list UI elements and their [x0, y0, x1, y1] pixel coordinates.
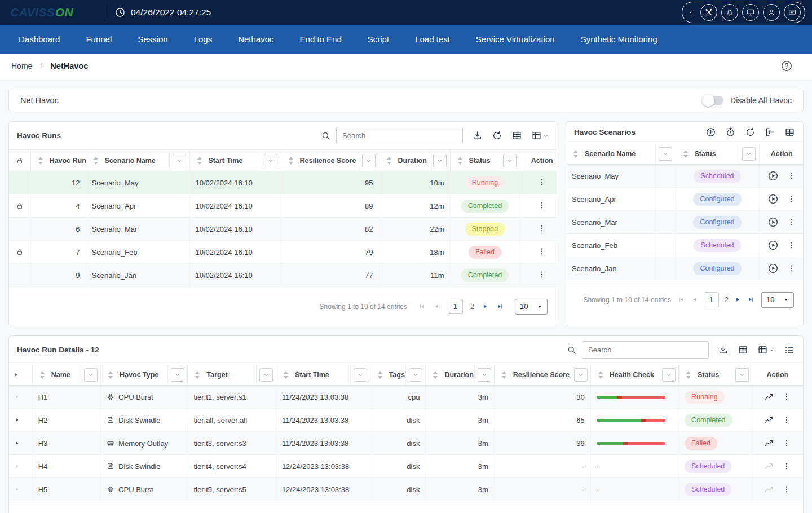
run-details-search-input[interactable] — [582, 341, 709, 359]
page-size-select[interactable]: 10 — [761, 292, 794, 308]
run-scenario-button[interactable] — [767, 216, 779, 228]
row-actions-button[interactable] — [537, 270, 546, 279]
table-row[interactable]: H1 CPU Burst tier:t1, server:s1 11/24/20… — [9, 386, 803, 409]
schedule-scenario-button[interactable] — [725, 127, 736, 138]
next-page-button[interactable] — [734, 285, 742, 314]
monitor-button[interactable] — [742, 4, 759, 21]
notifications-button[interactable] — [721, 4, 738, 21]
scenario-name-filter-button[interactable] — [173, 154, 186, 167]
sort-icon[interactable] — [281, 370, 291, 380]
resilience-score-filter-button[interactable] — [362, 154, 376, 167]
cavisson-logo[interactable]: CAVISSON — [6, 6, 96, 19]
nav-item-session[interactable]: Session — [125, 25, 180, 54]
sort-icon[interactable] — [571, 149, 581, 159]
expand-row-icon[interactable] — [15, 463, 20, 469]
row-actions-button[interactable] — [782, 485, 791, 494]
column-header-resilience-score[interactable]: Resilience Score — [300, 157, 356, 165]
user-profile-button[interactable] — [763, 4, 780, 21]
nav-item-script[interactable]: Script — [355, 25, 402, 54]
run-scenario-button[interactable] — [767, 193, 779, 205]
tags-filter-button[interactable] — [409, 368, 422, 382]
last-page-button[interactable] — [496, 292, 504, 321]
tools-button[interactable] — [700, 4, 717, 21]
nav-item-funnel[interactable]: Funnel — [73, 25, 125, 54]
column-header-resilience-score[interactable]: Resilience Score — [513, 371, 570, 379]
row-actions-button[interactable] — [537, 224, 546, 233]
first-page-button[interactable] — [678, 296, 685, 303]
sort-icon[interactable] — [595, 370, 606, 380]
havoc-type-filter-button[interactable] — [171, 368, 184, 382]
sort-icon[interactable] — [91, 156, 101, 166]
run-scenario-button[interactable] — [767, 240, 779, 251]
row-actions-button[interactable] — [782, 462, 791, 471]
prev-page-button[interactable] — [691, 296, 698, 303]
status-filter-button[interactable] — [735, 368, 749, 382]
row-actions-button[interactable] — [537, 247, 546, 256]
resilience-score-filter-button[interactable] — [574, 368, 588, 382]
table-row[interactable]: H3 Memory Outlay tier:t3, server:s3 11/2… — [9, 432, 803, 455]
scenario-name-filter-button[interactable] — [659, 147, 672, 161]
table-row[interactable]: Scenario_Jan Configured — [566, 257, 804, 280]
sort-icon[interactable] — [375, 370, 385, 380]
column-header-scenario-name[interactable]: Scenario Name — [585, 150, 636, 158]
page-1-button[interactable]: 1 — [704, 292, 719, 307]
column-header-scenario-name[interactable]: Scenario Name — [105, 157, 156, 165]
table-row[interactable]: H2 Disk Swindle tier:all, server:all 11/… — [9, 409, 803, 432]
nav-item-end-to-end[interactable]: End to End — [287, 25, 355, 54]
duration-filter-button[interactable] — [478, 368, 491, 382]
sort-icon[interactable] — [683, 370, 694, 380]
sort-icon[interactable] — [499, 370, 509, 380]
screen-button[interactable] — [784, 4, 801, 21]
column-header-health-check[interactable]: Health Check — [610, 371, 654, 379]
table-row[interactable]: 4 Scenario_Apr 10/02/2024 16:10 89 12m C… — [9, 194, 557, 218]
sort-icon[interactable] — [105, 370, 116, 380]
sort-icon[interactable] — [192, 370, 202, 380]
expand-row-icon[interactable] — [15, 417, 20, 423]
sort-icon[interactable] — [37, 370, 47, 380]
column-header-start-time[interactable]: Start Time — [209, 157, 243, 165]
havoc-runs-download-button[interactable] — [472, 130, 483, 141]
column-header-name[interactable]: Name — [51, 371, 70, 379]
havoc-runs-column-settings-button[interactable] — [531, 130, 549, 141]
nav-item-nethavoc[interactable]: Nethavoc — [225, 25, 286, 54]
row-actions-button[interactable] — [787, 171, 796, 180]
column-header-duration[interactable]: Duration — [444, 371, 473, 379]
column-header-start-time[interactable]: Start Time — [295, 371, 329, 379]
last-page-button[interactable] — [743, 506, 750, 513]
view-graph-button[interactable] — [764, 438, 774, 448]
table-row[interactable]: H4 Disk Swindle tier:t4, server:s4 12/24… — [9, 455, 803, 478]
column-header-status[interactable]: Status — [695, 150, 716, 158]
table-row[interactable]: 12 Scenario_May 10/02/2024 16:10 95 10m … — [9, 171, 557, 194]
status-filter-button[interactable] — [503, 154, 517, 167]
sort-icon[interactable] — [36, 156, 46, 166]
details-list-view-button[interactable] — [784, 344, 795, 356]
column-header-duration[interactable]: Duration — [398, 157, 427, 165]
disable-all-havoc-toggle[interactable] — [702, 96, 723, 105]
health-check-filter-button[interactable] — [662, 368, 676, 382]
row-actions-button[interactable] — [787, 218, 796, 227]
nav-item-dashboard[interactable]: Dashboard — [6, 25, 73, 54]
row-actions-button[interactable] — [787, 264, 796, 273]
sort-icon[interactable] — [384, 156, 394, 166]
scenarios-table-button[interactable] — [784, 127, 795, 138]
column-header-havoc-run[interactable]: Havoc Run — [50, 157, 86, 165]
table-row[interactable]: H5 CPU Burst tier:t5, server:s5 12/24/20… — [9, 478, 803, 501]
page-1-button[interactable]: 1 — [448, 299, 463, 314]
nav-item-service-virtualization[interactable]: Service Virtualization — [463, 25, 568, 54]
first-page-button[interactable] — [418, 303, 426, 310]
sort-icon[interactable] — [430, 370, 440, 380]
nav-item-logs[interactable]: Logs — [181, 25, 226, 54]
details-column-settings-button[interactable] — [757, 344, 775, 355]
table-row[interactable]: Scenario_Mar Configured — [566, 211, 804, 234]
scenarios-import-button[interactable] — [765, 127, 775, 138]
havoc-runs-table-export-button[interactable] — [511, 130, 522, 141]
column-header-status[interactable]: Status — [469, 157, 491, 165]
table-row[interactable]: 7 Scenario_Feb 10/02/2024 16:10 79 18m F… — [9, 241, 557, 264]
view-graph-button[interactable] — [764, 392, 774, 402]
details-download-button[interactable] — [718, 344, 729, 355]
row-actions-button[interactable] — [537, 201, 546, 210]
row-actions-button[interactable] — [787, 241, 796, 250]
sort-icon[interactable] — [195, 156, 205, 166]
scenarios-refresh-button[interactable] — [745, 127, 756, 138]
expand-row-icon[interactable] — [15, 394, 20, 400]
